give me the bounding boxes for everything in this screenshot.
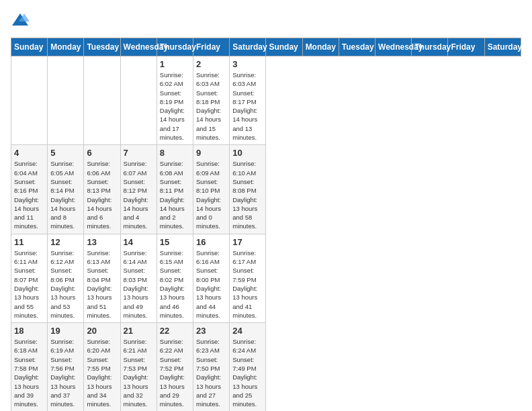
calendar-cell: 9Sunrise: 6:09 AM Sunset: 8:10 PM Daylig… (193, 145, 230, 234)
calendar-cell (84, 56, 120, 145)
day-info: Sunrise: 6:06 AM Sunset: 8:13 PM Dayligh… (87, 159, 117, 230)
col-header-wednesday: Wednesday (375, 38, 412, 56)
calendar-week-2: 4Sunrise: 6:04 AM Sunset: 8:16 PM Daylig… (11, 145, 521, 234)
day-info: Sunrise: 6:24 AM Sunset: 7:49 PM Dayligh… (232, 337, 263, 408)
header-monday: Monday (48, 38, 84, 56)
day-info: Sunrise: 6:08 AM Sunset: 8:11 PM Dayligh… (160, 159, 190, 230)
day-number: 20 (87, 326, 117, 336)
calendar-cell: 17Sunrise: 6:17 AM Sunset: 7:59 PM Dayli… (230, 234, 266, 322)
day-number: 16 (196, 237, 226, 247)
calendar-cell: 18Sunrise: 6:18 AM Sunset: 7:58 PM Dayli… (11, 323, 48, 411)
day-number: 3 (232, 59, 263, 69)
calendar-week-4: 18Sunrise: 6:18 AM Sunset: 7:58 PM Dayli… (11, 323, 521, 411)
col-header-saturday: Saturday (484, 38, 521, 56)
day-number: 4 (14, 148, 44, 158)
calendar-cell: 4Sunrise: 6:04 AM Sunset: 8:16 PM Daylig… (11, 145, 48, 234)
day-info: Sunrise: 6:21 AM Sunset: 7:53 PM Dayligh… (124, 337, 154, 408)
calendar-week-3: 11Sunrise: 6:11 AM Sunset: 8:07 PM Dayli… (11, 234, 521, 322)
calendar-cell: 14Sunrise: 6:14 AM Sunset: 8:03 PM Dayli… (120, 234, 157, 322)
calendar-cell: 21Sunrise: 6:21 AM Sunset: 7:53 PM Dayli… (120, 323, 157, 411)
calendar-cell: 20Sunrise: 6:20 AM Sunset: 7:55 PM Dayli… (84, 323, 120, 411)
day-number: 10 (232, 148, 263, 158)
calendar-cell: 3Sunrise: 6:03 AM Sunset: 8:17 PM Daylig… (230, 56, 266, 145)
day-number: 7 (124, 148, 154, 158)
day-info: Sunrise: 6:11 AM Sunset: 8:07 PM Dayligh… (14, 248, 44, 320)
day-info: Sunrise: 6:03 AM Sunset: 8:17 PM Dayligh… (232, 71, 263, 142)
calendar-cell: 6Sunrise: 6:06 AM Sunset: 8:13 PM Daylig… (84, 145, 120, 234)
header-thursday: Thursday (157, 38, 193, 56)
col-header-thursday: Thursday (412, 38, 448, 56)
calendar-cell: 1Sunrise: 6:02 AM Sunset: 8:19 PM Daylig… (157, 56, 193, 145)
day-info: Sunrise: 6:09 AM Sunset: 8:10 PM Dayligh… (196, 159, 226, 230)
col-header-sunday: Sunday (266, 38, 302, 56)
day-number: 14 (124, 237, 154, 247)
day-info: Sunrise: 6:18 AM Sunset: 7:58 PM Dayligh… (14, 337, 44, 408)
day-number: 18 (14, 326, 44, 336)
day-number: 1 (160, 59, 190, 69)
header-friday: Friday (193, 38, 230, 56)
calendar-cell (48, 56, 84, 145)
col-header-tuesday: Tuesday (339, 38, 375, 56)
calendar-table: SundayMondayTuesdayWednesdayThursdayFrid… (11, 38, 521, 411)
calendar-header-row: SundayMondayTuesdayWednesdayThursdayFrid… (11, 38, 521, 56)
calendar-cell: 19Sunrise: 6:19 AM Sunset: 7:56 PM Dayli… (48, 323, 84, 411)
day-info: Sunrise: 6:02 AM Sunset: 8:19 PM Dayligh… (160, 71, 190, 142)
day-number: 21 (124, 326, 154, 336)
day-info: Sunrise: 6:20 AM Sunset: 7:55 PM Dayligh… (87, 337, 117, 408)
day-number: 13 (87, 237, 117, 247)
day-info: Sunrise: 6:13 AM Sunset: 8:04 PM Dayligh… (87, 248, 117, 320)
calendar-cell: 12Sunrise: 6:12 AM Sunset: 8:06 PM Dayli… (48, 234, 84, 322)
calendar-cell: 8Sunrise: 6:08 AM Sunset: 8:11 PM Daylig… (157, 145, 193, 234)
calendar-cell: 22Sunrise: 6:22 AM Sunset: 7:52 PM Dayli… (157, 323, 193, 411)
header-tuesday: Tuesday (84, 38, 120, 56)
day-number: 22 (160, 326, 190, 336)
day-number: 5 (50, 148, 81, 158)
header-saturday: Saturday (230, 38, 266, 56)
day-number: 2 (196, 59, 226, 69)
day-info: Sunrise: 6:23 AM Sunset: 7:50 PM Dayligh… (196, 337, 226, 408)
calendar-cell: 16Sunrise: 6:16 AM Sunset: 8:00 PM Dayli… (193, 234, 230, 322)
day-info: Sunrise: 6:07 AM Sunset: 8:12 PM Dayligh… (124, 159, 154, 230)
calendar-cell: 5Sunrise: 6:05 AM Sunset: 8:14 PM Daylig… (48, 145, 84, 234)
calendar-cell (11, 56, 48, 145)
calendar-cell: 2Sunrise: 6:03 AM Sunset: 8:18 PM Daylig… (193, 56, 230, 145)
day-number: 8 (160, 148, 190, 158)
calendar-cell (120, 56, 157, 145)
day-number: 11 (14, 237, 44, 247)
day-info: Sunrise: 6:10 AM Sunset: 8:08 PM Dayligh… (232, 159, 263, 230)
day-info: Sunrise: 6:14 AM Sunset: 8:03 PM Dayligh… (124, 248, 154, 320)
calendar-cell: 24Sunrise: 6:24 AM Sunset: 7:49 PM Dayli… (230, 323, 266, 411)
day-number: 17 (232, 237, 263, 247)
calendar-cell: 13Sunrise: 6:13 AM Sunset: 8:04 PM Dayli… (84, 234, 120, 322)
calendar-cell: 11Sunrise: 6:11 AM Sunset: 8:07 PM Dayli… (11, 234, 48, 322)
day-number: 15 (160, 237, 190, 247)
day-number: 9 (196, 148, 226, 158)
calendar-week-1: 1Sunrise: 6:02 AM Sunset: 8:19 PM Daylig… (11, 56, 521, 145)
day-info: Sunrise: 6:17 AM Sunset: 7:59 PM Dayligh… (232, 248, 263, 320)
header-wednesday: Wednesday (120, 38, 157, 56)
day-info: Sunrise: 6:15 AM Sunset: 8:02 PM Dayligh… (160, 248, 190, 320)
calendar-cell: 23Sunrise: 6:23 AM Sunset: 7:50 PM Dayli… (193, 323, 230, 411)
day-info: Sunrise: 6:04 AM Sunset: 8:16 PM Dayligh… (14, 159, 44, 230)
day-info: Sunrise: 6:12 AM Sunset: 8:06 PM Dayligh… (50, 248, 81, 320)
day-number: 6 (87, 148, 117, 158)
day-number: 23 (196, 326, 226, 336)
logo (11, 11, 32, 30)
calendar-cell: 10Sunrise: 6:10 AM Sunset: 8:08 PM Dayli… (230, 145, 266, 234)
day-number: 12 (50, 237, 81, 247)
page-header (11, 11, 521, 30)
day-number: 19 (50, 326, 81, 336)
generalblue-logo-icon (11, 11, 30, 30)
col-header-monday: Monday (302, 38, 339, 56)
day-info: Sunrise: 6:16 AM Sunset: 8:00 PM Dayligh… (196, 248, 226, 320)
calendar-cell: 15Sunrise: 6:15 AM Sunset: 8:02 PM Dayli… (157, 234, 193, 322)
calendar-cell: 7Sunrise: 6:07 AM Sunset: 8:12 PM Daylig… (120, 145, 157, 234)
day-info: Sunrise: 6:22 AM Sunset: 7:52 PM Dayligh… (160, 337, 190, 408)
day-number: 24 (232, 326, 263, 336)
header-sunday: Sunday (11, 38, 48, 56)
day-info: Sunrise: 6:05 AM Sunset: 8:14 PM Dayligh… (50, 159, 81, 230)
col-header-friday: Friday (448, 38, 484, 56)
day-info: Sunrise: 6:03 AM Sunset: 8:18 PM Dayligh… (196, 71, 226, 142)
day-info: Sunrise: 6:19 AM Sunset: 7:56 PM Dayligh… (50, 337, 81, 408)
